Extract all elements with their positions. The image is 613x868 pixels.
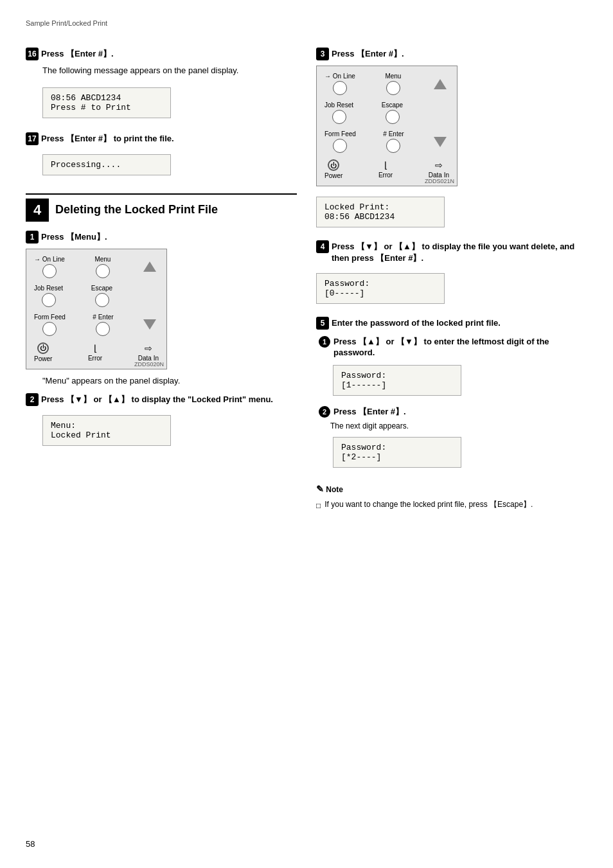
power-icon: ⏻ [37, 342, 49, 354]
escape-group: Escape [91, 285, 112, 307]
on-line-label: → On Line [34, 256, 65, 263]
menu-btn[interactable] [96, 264, 110, 278]
panel-code-2: ZDDS021N [425, 178, 454, 184]
r-form-feed-group: Form Feed [324, 130, 356, 153]
r-job-reset-btn[interactable] [332, 110, 346, 124]
sub-step-1-badge: 1 [319, 336, 330, 348]
step-3-lcd: Locked Print: 08:56 ABCD1234 [316, 197, 445, 227]
r-error-group: ⌊ Error [378, 160, 393, 179]
enter-group: # Enter [93, 314, 113, 336]
form-feed-btn[interactable] [42, 322, 57, 336]
triangle-down-icon [143, 319, 156, 330]
step-4-lcd: Password: [0-----] [316, 273, 445, 304]
escape-btn[interactable] [95, 293, 109, 307]
left-column: 16 Press 【Enter #】. The following messag… [26, 39, 297, 451]
r-on-line-group: → On Line [324, 73, 355, 95]
data-in-group: ⇨ Data In [138, 343, 159, 362]
note-icon-title: ✎ Note [316, 482, 587, 496]
r-data-in-icon: ⇨ [435, 160, 443, 170]
step-4-header: 4 Press 【▼】 or 【▲】 to display the file y… [316, 240, 587, 264]
right-column: 3 Press 【Enter #】. → On Line Menu [316, 39, 587, 513]
step-1-sub: "Menu" appears on the panel display. [42, 375, 297, 387]
panel-row-r3: Form Feed # Enter [324, 130, 449, 153]
sub-step-2: 2 Press 【Enter #】. [319, 406, 587, 418]
step-4-text: Press 【▼】 or 【▲】 to display the file you… [332, 241, 587, 264]
enter-btn[interactable] [96, 322, 110, 336]
r-error-icon: ⌊ [384, 160, 387, 170]
enter-label: # Enter [93, 314, 113, 321]
on-line-btn[interactable] [42, 264, 57, 278]
r-error-label: Error [378, 172, 393, 179]
menu-label: Menu [94, 256, 111, 263]
job-reset-group: Job Reset [34, 285, 63, 307]
section-4-title: Deleting the Locked Print File [55, 203, 218, 217]
r-enter-btn[interactable] [386, 139, 400, 153]
panel-diagram-2: → On Line Menu Job Reset Escape [316, 66, 458, 186]
on-line-group: → On Line [34, 256, 65, 278]
r-escape-group: Escape [382, 102, 403, 124]
r-menu-group: Menu [385, 73, 401, 95]
step-4-badge: 4 [316, 240, 329, 253]
step-16-badge: 16 [26, 48, 39, 60]
step-17-text: Press 【Enter #】 to print the file. [41, 133, 174, 145]
sub-step-2-lcd: Password: [*2----] [333, 437, 461, 468]
step-16-lcd: 08:56 ABCD1234 Press # to Print [42, 87, 171, 118]
step-2-text: Press 【▼】 or 【▲】 to display the "Locked … [41, 394, 273, 405]
step-17-header: 17 Press 【Enter #】 to print the file. [26, 132, 297, 145]
job-reset-btn[interactable] [42, 293, 56, 307]
r-data-in-group: ⇨ Data In [429, 160, 449, 179]
panel-row-r4: ⏻ Power ⌊ Error ⇨ Data In [324, 159, 449, 179]
step-5-header: 5 Enter the password of the locked print… [316, 317, 587, 330]
step-2-lcd: Menu: Locked Print [42, 415, 171, 446]
r-triangle-up-icon [434, 79, 447, 89]
power-label: Power [34, 355, 52, 362]
r-job-reset-label: Job Reset [324, 102, 353, 109]
r-on-line-btn[interactable] [333, 81, 347, 95]
step-5-text: Enter the password of the locked print f… [332, 318, 501, 328]
r-escape-label: Escape [382, 102, 403, 109]
r-enter-label: # Enter [383, 130, 404, 137]
form-feed-group: Form Feed [34, 314, 66, 336]
panel-row-2: Job Reset Escape [34, 285, 159, 307]
escape-label: Escape [91, 285, 112, 292]
step-2-header: 2 Press 【▼】 or 【▲】 to display the "Locke… [26, 393, 297, 406]
r-power-group: ⏻ Power [324, 159, 342, 179]
section-4-divider: 4 Deleting the Locked Print File [26, 193, 297, 222]
r-form-feed-label: Form Feed [324, 130, 356, 137]
step-5-badge: 5 [316, 317, 329, 330]
step-3-text: Press 【Enter #】. [332, 48, 404, 60]
note-bullet-icon: □ [316, 500, 321, 512]
page-number: 58 [26, 839, 35, 849]
data-in-icon: ⇨ [145, 343, 152, 353]
panel-code-1: ZDDS020N [134, 361, 164, 368]
note-box: ✎ Note □ If you want to change the locke… [316, 482, 587, 513]
panel-row-r1: → On Line Menu [324, 73, 449, 95]
step-16-text: Press 【Enter #】. [41, 48, 114, 60]
sub-step-1-lcd: Password: [1------] [333, 365, 461, 396]
step-3-badge: 3 [316, 48, 329, 60]
r-menu-btn[interactable] [386, 81, 400, 95]
form-feed-label: Form Feed [34, 314, 66, 321]
sub-step-2-badge: 2 [319, 406, 330, 418]
section-4-number: 4 [26, 199, 49, 222]
breadcrumb: Sample Print/Locked Print [26, 19, 587, 27]
r-form-feed-btn[interactable] [333, 139, 347, 153]
step-17-lcd: Processing.... [42, 154, 171, 175]
panel-diagram-1: → On Line Menu Job Reset Escape [26, 249, 167, 369]
error-label: Error [88, 355, 102, 362]
step-16-sub: The following message appears on the pan… [42, 64, 297, 77]
step-17-badge: 17 [26, 132, 39, 145]
menu-group: Menu [94, 256, 111, 278]
sub-step-1-text: Press 【▲】 or 【▼】 to enter the leftmost d… [333, 336, 587, 357]
error-icon: ⌊ [94, 343, 97, 353]
r-on-line-label: → On Line [324, 73, 355, 80]
power-group: ⏻ Power [34, 342, 52, 362]
r-escape-btn[interactable] [386, 110, 400, 124]
step-1-header: 1 Press 【Menu】. [26, 231, 297, 244]
sub-step-2-sub: The next digit appears. [330, 420, 587, 432]
r-job-reset-group: Job Reset [324, 102, 353, 124]
r-power-label: Power [324, 172, 342, 179]
r-menu-label: Menu [385, 73, 401, 80]
r-power-icon: ⏻ [328, 159, 339, 171]
step-1-badge: 1 [26, 231, 39, 244]
